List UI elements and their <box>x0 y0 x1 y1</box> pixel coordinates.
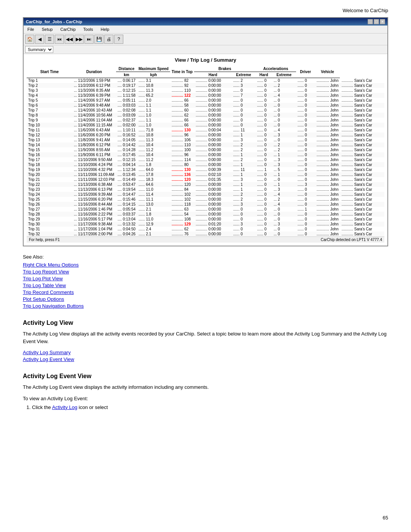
table-row[interactable]: Trip 3 ... 11/3/2006 8:35 AM .... 0:12:1… <box>27 88 384 93</box>
see-also-link[interactable]: Plot Setup Options <box>23 296 388 302</box>
trip-vehicle: ........... Sara's Car <box>340 202 384 207</box>
table-row[interactable]: Trip 12 ... 11/6/2006 6:20 PM .... 0:16:… <box>27 133 384 137</box>
see-also-link[interactable]: Trip Log Table View <box>23 283 388 288</box>
trip-timeinspeed: ........... 0:00:00 <box>194 212 232 217</box>
table-row[interactable]: Trip 1 ... 11/2/2006 1:59 PM .... 0:06:1… <box>27 78 384 83</box>
table-row[interactable]: Trip 16 ... 11/9/2006 6:11 PM .... 0:17:… <box>27 152 384 157</box>
trip-speed: ........... 110 <box>170 142 194 147</box>
status-right: CarChip detected on LPT1 V 4777.4 <box>321 238 382 242</box>
see-also-link[interactable]: Trip Log Plot View <box>23 276 388 281</box>
table-row[interactable]: Trip 7 ... 11/4/2006 10:43 AM .... 0:02:… <box>27 108 384 113</box>
menu-help[interactable]: Help <box>99 26 112 32</box>
trip-dist: ...... 1.8 <box>137 162 170 167</box>
table-row[interactable]: Trip 23 ... 11/13/2006 6:13 PM .... 0:19… <box>27 187 384 192</box>
table-row[interactable]: Trip 2 ... 11/2/2006 6:12 PM .... 0:19:1… <box>27 83 384 88</box>
see-also-link[interactable]: Trip Log Navigation Buttons <box>23 303 388 309</box>
table-row[interactable]: Trip 19 ... 11/10/2006 4:32 PM .... 1:12… <box>27 167 384 172</box>
minimize-button[interactable]: _ <box>368 19 373 24</box>
trip-dur: .... 0:12:15 <box>116 88 137 93</box>
table-row[interactable]: Trip 13 ... 11/8/2006 9:41 AM .... 0:14:… <box>27 137 384 142</box>
table-row[interactable]: Trip 6 ... 11/4/2006 9:48 AM .... 0:03:0… <box>27 103 384 108</box>
trip-accel-hard: ... 0 <box>272 137 296 142</box>
close-button[interactable]: × <box>380 19 385 24</box>
toolbar-home-button[interactable]: 🏠 <box>25 35 34 44</box>
table-row[interactable]: Trip 11 ... 11/6/2006 6:43 AM .... 1:10:… <box>27 128 384 133</box>
table-row[interactable]: Trip 9 ... 11/4/2006 11:04 AM .... 0:02:… <box>27 118 384 123</box>
toolbar-print-button[interactable]: 🖨 <box>104 35 113 44</box>
trip-timeinspeed: ........... 0:00:00 <box>194 217 232 222</box>
view-dropdown[interactable]: Summary <box>25 46 53 53</box>
table-row[interactable]: Trip 8 ... 11/4/2006 10:56 AM .... 0:03:… <box>27 113 384 118</box>
toolbar-back-button[interactable]: ◀ <box>35 35 44 44</box>
toolbar-help-button[interactable]: ? <box>114 35 123 44</box>
table-row[interactable]: Trip 4 ... 11/3/2006 6:39 PM .... 1:11:5… <box>27 93 384 98</box>
trip-dist: ...... 2.4 <box>137 227 170 232</box>
table-row[interactable]: Trip 25 ... 11/15/2006 6:20 PM .... 0:15… <box>27 197 384 202</box>
trip-accel-hard: ... 5 <box>272 167 296 172</box>
app-title: CarChip_for_Jobs - CarChip <box>26 19 82 24</box>
see-also-link[interactable]: Trip Log Report View <box>23 269 388 275</box>
trip-dist: ...... 64.0 <box>137 167 170 172</box>
trip-accel-ext: ...... 0 <box>296 232 315 236</box>
trip-vehicle: ........... Sara's Car <box>340 177 384 182</box>
toolbar-last-button[interactable]: ⏭ <box>84 35 94 44</box>
toolbar-next-button[interactable]: ▶▶ <box>75 35 84 44</box>
trip-timeinspeed: ........... 0:00:00 <box>194 123 232 128</box>
toolbar-list-button[interactable]: ☰ <box>45 35 54 44</box>
trip-accel-ext: ...... 0 <box>296 93 315 98</box>
table-row[interactable]: Trip 29 ... 11/16/2006 5:17 PM .... 0:13… <box>27 217 384 222</box>
trip-dur: .... 0:16:52 <box>116 133 137 137</box>
table-row[interactable]: Trip 15 ... 11/9/2006 8:55 AM .... 0:14:… <box>27 147 384 152</box>
table-row[interactable]: Trip 22 ... 11/13/2006 6:38 AM .... 0:53… <box>27 182 384 187</box>
maximize-button[interactable]: □ <box>374 19 379 24</box>
toolbar-prev-button[interactable]: ⏮ <box>55 35 64 44</box>
trip-dist: ...... 1.8 <box>137 212 170 217</box>
trip-timeinspeed: ........... 0:00:04 <box>194 128 232 133</box>
table-row[interactable]: Trip 20 ... 11/11/2006 11:09 AM .... 0:1… <box>27 172 384 177</box>
trip-brakes-hard: ...... 0 <box>232 118 256 123</box>
see-also-link[interactable]: Right Click Menu Options <box>23 262 388 268</box>
trip-dist: ...... 11.2 <box>137 147 170 152</box>
trip-brakes-hard: ...... 1 <box>232 182 256 187</box>
trip-vehicle: ........... Sara's Car <box>340 187 384 192</box>
trip-driver: ............ John <box>315 142 340 147</box>
table-row[interactable]: Trip 24 ... 11/15/2006 9:39 AM .... 0:14… <box>27 192 384 197</box>
view-title: View / Trip Log / Summary <box>27 57 384 63</box>
toolbar-prev2-button[interactable]: ◀◀ <box>65 35 74 44</box>
trip-accel-hard: ... 0 <box>272 212 296 217</box>
activity-log-link[interactable]: Activity Log Summary <box>23 350 388 355</box>
activity-log-link[interactable]: Activity Log Event View <box>23 356 388 362</box>
trip-accel-ext: ...... 0 <box>296 133 315 137</box>
table-row[interactable]: Trip 14 ... 11/8/2006 6:12 PM .... 0:14:… <box>27 142 384 147</box>
table-row[interactable]: Trip 31 ... 11/17/2006 1:04 PM .... 0:04… <box>27 227 384 232</box>
trip-dur: .... 0:02:00 <box>116 123 137 128</box>
trip-speed: ........... 96 <box>170 133 194 137</box>
table-row[interactable]: Trip 27 ... 11/16/2006 1:46 PM .... 0:05… <box>27 207 384 212</box>
trip-num: Trip 6 <box>27 103 72 108</box>
col-header-accel-hard: Hard <box>255 72 272 78</box>
trip-dur: .... 0:14:05 <box>116 137 137 142</box>
trip-dist: ...... 71.8 <box>137 128 170 133</box>
trip-start: ... 11/15/2006 9:39 AM <box>72 192 116 197</box>
trip-timeinspeed: ........... 0:00:00 <box>194 227 232 232</box>
menu-setup[interactable]: Setup <box>40 26 55 32</box>
menu-tools[interactable]: Tools <box>81 26 96 32</box>
table-row[interactable]: Trip 28 ... 11/16/2006 2:22 PM .... 0:03… <box>27 212 384 217</box>
step-link[interactable]: Activity Log <box>52 404 77 410</box>
menu-carchip[interactable]: CarChip <box>58 26 78 32</box>
table-row[interactable]: Trip 18 ... 11/10/2006 4:24 PM .... 0:04… <box>27 162 384 167</box>
table-row[interactable]: Trip 17 ... 11/10/2006 9:50 AM .... 0:12… <box>27 157 384 162</box>
table-row[interactable]: Trip 26 ... 11/16/2006 8:44 AM .... 0:14… <box>27 202 384 207</box>
table-row[interactable]: Trip 5 ... 11/4/2006 9:27 AM .... 0:05:1… <box>27 98 384 103</box>
status-left: For help, press F1 <box>29 238 60 242</box>
menu-file[interactable]: File <box>25 26 37 32</box>
table-row[interactable]: Trip 21 ... 11/11/2006 12:03 PM .... 0:1… <box>27 177 384 182</box>
table-row[interactable]: Trip 32 ... 11/17/2006 2:00 PM .... 0:04… <box>27 232 384 236</box>
table-row[interactable]: Trip 10 ... 11/4/2006 11:15 AM .... 0:02… <box>27 123 384 128</box>
toolbar-save-button[interactable]: 💾 <box>94 35 104 44</box>
trip-dur: .... 1:11:58 <box>116 93 137 98</box>
see-also-link[interactable]: Trip Record Comments <box>23 289 388 295</box>
trip-timeinspeed: ........... 0:00:00 <box>194 133 232 137</box>
table-row[interactable]: Trip 30 ... 11/17/2006 9:38 AM .... 0:13… <box>27 222 384 227</box>
trip-accel-hard: ... 1 <box>272 182 296 187</box>
